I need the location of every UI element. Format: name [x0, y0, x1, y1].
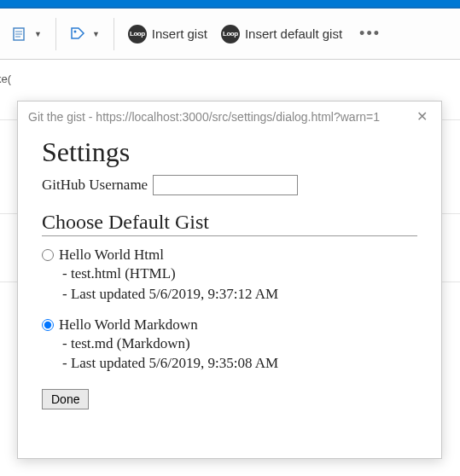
username-field-row: GitHub Username: [42, 175, 417, 195]
choose-default-heading: Choose Default Gist: [42, 211, 417, 236]
insert-default-gist-button[interactable]: Loop Insert default gist: [216, 21, 347, 47]
tag-icon: [70, 26, 85, 42]
insert-gist-label: Insert gist: [152, 26, 207, 41]
username-label: GitHub Username: [42, 177, 148, 194]
ribbon-toolbar: ▼ ▼ Loop Insert gist Loop Insert default…: [0, 9, 460, 60]
ribbon-dropdown-1[interactable]: ▼: [7, 23, 47, 45]
ribbon-dropdown-2[interactable]: ▼: [65, 23, 105, 45]
ribbon-separator: [55, 18, 56, 50]
gist-updated-line: - Last updated 5/6/2019, 9:37:12 AM: [62, 284, 417, 305]
gist-name: Hello World Html: [59, 247, 164, 264]
gist-option: Hello World Markdown - test.md (Markdown…: [42, 316, 417, 374]
gist-file-line: - test.md (Markdown): [62, 334, 417, 354]
addin-logo-icon: Loop: [128, 25, 147, 44]
page-icon: [12, 26, 27, 42]
settings-heading: Settings: [42, 136, 417, 168]
svg-marker-4: [72, 28, 84, 38]
close-icon: ✕: [416, 109, 428, 124]
gist-updated-line: - Last updated 5/6/2019, 9:35:08 AM: [62, 353, 417, 374]
username-input[interactable]: [153, 175, 298, 195]
insert-gist-button[interactable]: Loop Insert gist: [123, 21, 213, 47]
close-button[interactable]: ✕: [411, 107, 433, 126]
gist-option: Hello World Html - test.html (HTML) - La…: [42, 247, 417, 305]
chevron-down-icon: ▼: [34, 30, 42, 38]
settings-dialog: Git the gist - https://localhost:3000/sr…: [17, 101, 442, 459]
gist-name: Hello World Markdown: [59, 316, 198, 334]
dialog-title: Git the gist - https://localhost:3000/sr…: [28, 110, 380, 124]
gist-details: - test.html (HTML) - Last updated 5/6/20…: [62, 264, 417, 305]
svg-point-5: [73, 30, 76, 32]
done-button[interactable]: Done: [42, 389, 89, 409]
more-options-button[interactable]: •••: [351, 21, 389, 46]
insert-default-gist-label: Insert default gist: [245, 26, 342, 41]
gist-details: - test.md (Markdown) - Last updated 5/6/…: [62, 334, 417, 374]
background-text-fragment: ke(: [0, 73, 11, 85]
chevron-down-icon: ▼: [92, 30, 100, 38]
dialog-body: Settings GitHub Username Choose Default …: [18, 131, 441, 427]
dialog-titlebar: Git the gist - https://localhost:3000/sr…: [18, 102, 441, 131]
ribbon-separator: [114, 18, 114, 50]
window-accent-bar: [0, 0, 460, 9]
gist-radio-0[interactable]: [42, 249, 54, 261]
ellipsis-icon: •••: [359, 25, 381, 42]
gist-radio-1[interactable]: [42, 319, 54, 331]
gist-file-line: - test.html (HTML): [62, 264, 417, 284]
addin-logo-icon: Loop: [221, 25, 240, 44]
